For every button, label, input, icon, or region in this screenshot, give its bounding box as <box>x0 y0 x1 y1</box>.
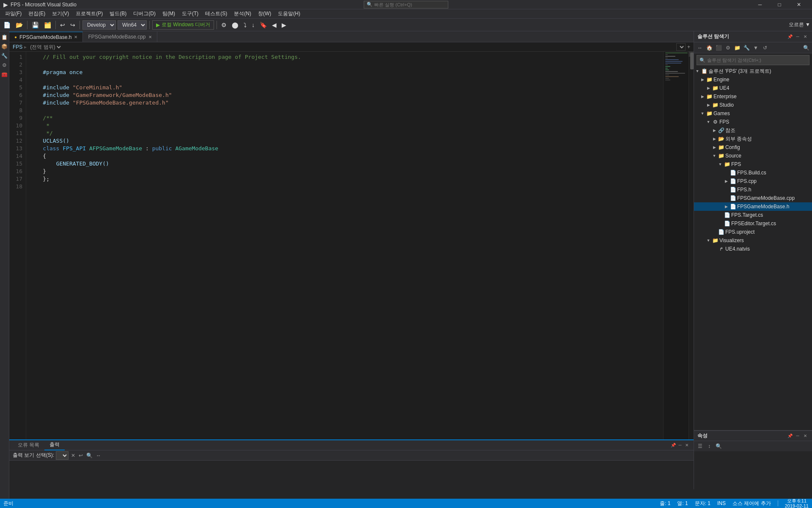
tree-item-fps-target[interactable]: 📄 FPS.Target.cs <box>694 211 812 219</box>
menu-item[interactable]: 도구(T) <box>178 9 202 18</box>
solution-explorer-search[interactable]: 🔍 <box>697 55 809 65</box>
tree-item-solution[interactable]: ▼ 📋 솔루션 'FPS' (3개 프로젝트) <box>694 67 812 75</box>
props-sort-btn[interactable]: ↕ <box>705 442 713 450</box>
output-toggle-wrap-btn[interactable]: ↩ <box>78 453 84 458</box>
tree-item-fps-uproject[interactable]: 📄 FPS.uproject <box>694 228 812 236</box>
run-button[interactable]: ▶ 로컬 Windows 디버거 <box>152 20 214 30</box>
tree-item-fps-folder[interactable]: ▼ 📁 FPS <box>694 160 812 168</box>
bottom-tab-error-list[interactable]: 오류 목록 <box>13 440 44 450</box>
menu-item[interactable]: 파일(F) <box>2 9 25 18</box>
resource-view-icon[interactable]: 🔧 <box>0 52 9 60</box>
properties-icon[interactable]: ⚙ <box>0 61 9 69</box>
save-all-btn[interactable]: 🗂️ <box>42 20 53 30</box>
se-home-btn[interactable]: 🏠 <box>705 44 713 52</box>
minimize-button[interactable]: ─ <box>750 0 770 9</box>
se-search-input[interactable] <box>707 58 807 63</box>
output-find-btn[interactable]: 🔍 <box>85 453 93 458</box>
tree-item-gamemodebase-cpp[interactable]: 📄 FPSGameModeBase.cpp <box>694 194 812 202</box>
props-minimize-btn[interactable]: ─ <box>794 433 801 439</box>
bookmark-btn[interactable]: 🔖 <box>258 20 269 30</box>
props-pin-btn[interactable]: 📌 <box>787 433 793 439</box>
next-bookmark-btn[interactable]: ▶ <box>280 20 288 30</box>
tree-item-ue4[interactable]: ▶ 📁 UE4 <box>694 84 812 92</box>
output-minimize-btn[interactable]: ─ <box>677 442 683 449</box>
tree-item-fps-build[interactable]: 📄 FPS.Build.cs <box>694 168 812 177</box>
expand-code-btn[interactable]: + <box>687 44 690 50</box>
breadcrumb-scope[interactable]: FPS <box>13 44 22 50</box>
tree-item-visualizers[interactable]: ▼ 📁 Visualizers <box>694 236 812 245</box>
source-control-btn[interactable]: 소스 제어에 추가 <box>732 500 771 507</box>
menu-item[interactable]: 보기(V) <box>49 9 72 18</box>
menu-item[interactable]: 편집(E) <box>25 9 49 18</box>
menu-item[interactable]: 프로젝트(P) <box>72 9 106 18</box>
code-editor[interactable]: // Fill out your copyright notice in the… <box>26 52 663 491</box>
se-close-btn[interactable]: ✕ <box>802 33 809 40</box>
menu-item[interactable]: 분석(N) <box>230 9 255 18</box>
datetime[interactable]: 오후 6:11 2019-02-11 <box>785 498 809 508</box>
toolbox-icon[interactable]: 🧰 <box>0 70 9 79</box>
se-minimize-btn[interactable]: ─ <box>794 33 801 40</box>
tree-item-engine[interactable]: ▶ 📁 Engine <box>694 75 812 84</box>
platform-dropdown[interactable]: Win64 <box>118 20 147 30</box>
tree-item-games[interactable]: ▼ 📁 Games <box>694 109 812 118</box>
config-dropdown[interactable]: Develop <box>82 20 116 30</box>
step-over-btn[interactable]: ⤵ <box>242 20 248 30</box>
tree-item-source[interactable]: ▼ 📁 Source <box>694 152 812 160</box>
props-search-btn[interactable]: 🔍 <box>714 442 723 450</box>
maximize-button[interactable]: □ <box>770 0 789 9</box>
props-categories-btn[interactable]: ☰ <box>696 442 704 450</box>
tab-close-btn[interactable]: ✕ <box>74 35 77 39</box>
tree-item-references[interactable]: ▶ 🔗 참조 <box>694 126 812 135</box>
tab-fpsgamemodebase-h[interactable]: ● FPSGameModeBase.h ✕ <box>9 32 83 42</box>
props-close-btn[interactable]: ✕ <box>802 433 809 439</box>
se-pending-btn[interactable]: 🔧 <box>742 44 751 52</box>
menu-item[interactable]: 테스트(S) <box>202 9 230 18</box>
tree-item-config[interactable]: ▶ 📁 Config <box>694 143 812 152</box>
quick-launch-input[interactable] <box>374 2 438 7</box>
output-close-btn[interactable]: ✕ <box>683 442 690 449</box>
prev-bookmark-btn[interactable]: ◀ <box>270 20 278 30</box>
tree-item-gamemodebase-h[interactable]: ▶ 📄 FPSGameModeBase.h <box>694 202 812 211</box>
tree-item-fps-project[interactable]: ▼ ⚙ FPS <box>694 118 812 126</box>
undo-btn[interactable]: ↩ <box>58 20 67 30</box>
se-collapse-btn[interactable]: ⬛ <box>714 44 723 52</box>
menu-item[interactable]: 팀(M) <box>159 9 178 18</box>
step-into-btn[interactable]: ↓ <box>250 20 256 30</box>
tree-item-studio[interactable]: ▶ 📁 Studio <box>694 101 812 109</box>
se-pin-btn[interactable]: 📌 <box>787 33 793 40</box>
output-select[interactable] <box>56 451 69 460</box>
se-files-btn[interactable]: 📁 <box>733 44 741 52</box>
output-sync-btn[interactable]: ↔ <box>95 453 102 458</box>
tree-item-fpseditor-target[interactable]: 📄 FPSEditor.Target.cs <box>694 219 812 228</box>
save-btn[interactable]: 💾 <box>30 20 41 30</box>
close-button[interactable]: ✕ <box>789 0 809 9</box>
redo-btn[interactable]: ↪ <box>69 20 77 30</box>
breakpoint-btn[interactable]: ⬤ <box>230 20 240 30</box>
tree-item-fps-cpp[interactable]: ▶ 📄 FPS.cpp <box>694 177 812 185</box>
bottom-tab-output[interactable]: 출력 <box>44 440 65 450</box>
output-clear-btn[interactable]: ✕ <box>70 453 76 458</box>
menu-item[interactable]: 디버그(D) <box>130 9 159 18</box>
solution-explorer-icon[interactable]: 📋 <box>0 33 9 41</box>
tree-item-fps-h[interactable]: 📄 FPS.h <box>694 185 812 194</box>
new-file-btn[interactable]: 📄 <box>2 20 12 30</box>
scope-dropdown[interactable] <box>676 43 686 51</box>
menu-item[interactable]: 빌드(B) <box>106 9 130 18</box>
tab-close-cpp-btn[interactable]: ✕ <box>148 35 152 39</box>
breadcrumb-location[interactable]: (전역 범위) <box>28 44 62 50</box>
se-props-btn[interactable]: ⚙ <box>724 44 732 52</box>
se-refresh-btn[interactable]: ↺ <box>761 44 769 52</box>
tree-item-ue4-natvis[interactable]: ↱ UE4.natvis <box>694 245 812 253</box>
se-sync-btn[interactable]: ↔ <box>696 44 704 52</box>
scroll-thumb[interactable] <box>690 52 694 69</box>
menu-item[interactable]: 도움말(H) <box>274 9 304 18</box>
vertical-scrollbar[interactable]: ▲ <box>689 52 694 491</box>
attach-debugger-btn[interactable]: ⚙ <box>219 20 228 30</box>
tree-item-enterprise[interactable]: ▶ 📁 Enterprise <box>694 92 812 101</box>
tab-fpsgamemodebase-cpp[interactable]: FPSGameModeBase.cpp ✕ <box>83 32 157 42</box>
se-filter-btn[interactable]: ▼ <box>752 44 760 52</box>
se-search-btn[interactable]: 🔍 <box>802 44 810 52</box>
output-pin-btn[interactable]: 📌 <box>670 442 677 449</box>
class-view-icon[interactable]: 📦 <box>0 42 9 51</box>
menu-item[interactable]: 창(W) <box>255 9 274 18</box>
